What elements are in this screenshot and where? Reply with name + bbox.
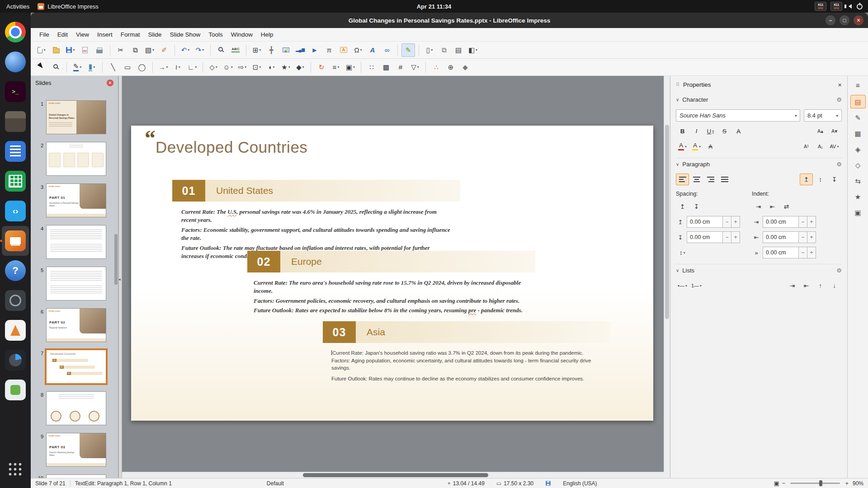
- close-slides-panel-button[interactable]: ×: [107, 80, 113, 86]
- sidebar-settings-button[interactable]: ≡: [850, 79, 866, 91]
- cut-button[interactable]: ✂: [114, 43, 127, 57]
- gear-icon[interactable]: ⚙: [836, 96, 842, 103]
- align-bottom-button[interactable]: ↧: [828, 174, 841, 185]
- copy-button[interactable]: ⧉: [128, 43, 142, 57]
- move-down-button[interactable]: ↓: [828, 280, 841, 291]
- deck-tab-shapes[interactable]: ◇: [850, 158, 866, 172]
- character-spacing-button[interactable]: AV▾: [828, 141, 841, 152]
- gear-icon[interactable]: ⚙: [836, 161, 842, 168]
- power-icon[interactable]: [857, 4, 863, 9]
- panel-splitter[interactable]: ◂: [118, 76, 122, 478]
- activities-button[interactable]: Activities: [6, 3, 29, 10]
- promote-button[interactable]: ⇤: [800, 280, 813, 291]
- zoom-slider-thumb[interactable]: [819, 480, 822, 486]
- spacing-above-field[interactable]: 0.00 cm: [687, 216, 723, 228]
- deck-tab-gallery[interactable]: ▦: [850, 127, 866, 140]
- rename-slide-button[interactable]: ▤: [452, 43, 465, 57]
- highlighting-color-button[interactable]: A▾: [690, 141, 703, 152]
- rotate-button[interactable]: ↻: [315, 61, 328, 74]
- print-button[interactable]: [93, 43, 106, 57]
- clock[interactable]: Apr 21 11:34: [417, 3, 452, 10]
- new-slide-button[interactable]: ▯▾: [423, 43, 436, 57]
- slide-layout-button[interactable]: ◧▾: [466, 43, 480, 57]
- horizontal-scrollbar[interactable]: [122, 472, 664, 478]
- center-vertically-button[interactable]: ↕: [814, 174, 827, 185]
- paragraph-section-header[interactable]: ∨ Paragraph ⚙: [676, 158, 842, 170]
- font-color-button[interactable]: A▾: [676, 141, 689, 152]
- table-button[interactable]: ⊞▾: [250, 43, 264, 57]
- menu-item-view[interactable]: View: [72, 29, 93, 40]
- section-body[interactable]: Current Rate: The euro area's household …: [254, 279, 524, 315]
- slide-thumbnail-3[interactable]: YOUR LOGOPART 01Introduction to Personal…: [46, 183, 106, 217]
- fontwork-text-button[interactable]: A: [366, 43, 379, 57]
- deck-tab-navigator[interactable]: ◈: [850, 142, 866, 156]
- vertical-scrollbar-thumb[interactable]: [665, 125, 669, 319]
- indent-after-increment[interactable]: +: [807, 231, 816, 243]
- cursor-position[interactable]: 13.04 / 14.49: [453, 480, 485, 487]
- zoom-pan-button[interactable]: [49, 61, 63, 74]
- insert-chart-button[interactable]: ▂▄▆: [293, 43, 307, 57]
- minimize-button[interactable]: –: [826, 15, 835, 25]
- fit-slide-button[interactable]: ▣: [772, 480, 780, 487]
- vnc-indicator[interactable]: X11 vnc: [830, 2, 842, 11]
- rectangle-button[interactable]: ▭: [121, 61, 134, 74]
- basic-shapes-button[interactable]: ◇▾: [207, 61, 220, 74]
- slide-thumbnail-2[interactable]: [46, 142, 106, 176]
- paste-button[interactable]: ▧▾: [143, 43, 156, 57]
- image-filter-button[interactable]: ▽▾: [408, 61, 422, 74]
- ellipse-button[interactable]: ◯: [135, 61, 149, 74]
- menu-item-file[interactable]: File: [35, 29, 53, 40]
- maximize-button[interactable]: □: [840, 15, 849, 25]
- increase-paragraph-spacing-button[interactable]: ↥: [676, 201, 689, 212]
- align-left-button[interactable]: [676, 174, 689, 185]
- collapse-panel-icon[interactable]: ◂: [118, 277, 121, 282]
- select-button[interactable]: [35, 61, 48, 74]
- unordered-list-button[interactable]: •―▾: [676, 280, 689, 291]
- indent-before-increment[interactable]: +: [807, 216, 816, 228]
- menu-item-tools[interactable]: Tools: [204, 29, 227, 40]
- italic-button[interactable]: I: [690, 125, 703, 137]
- character-section-header[interactable]: ∨ Character ⚙: [676, 94, 842, 106]
- close-deck-icon[interactable]: ×: [838, 81, 842, 89]
- deck-tab-slide-transition[interactable]: ⇆: [850, 174, 866, 188]
- insert-formula-button[interactable]: π: [322, 43, 336, 57]
- open-file-button[interactable]: [49, 43, 63, 57]
- deck-tab-properties[interactable]: ▤: [850, 95, 866, 108]
- zoom-out-button[interactable]: −: [781, 480, 787, 487]
- slide-thumbnail-4[interactable]: [46, 225, 106, 259]
- curves-polygons-button[interactable]: ≀▾: [171, 61, 184, 74]
- toggle-extrusion-button[interactable]: ◆: [458, 61, 472, 74]
- document-modified-icon[interactable]: [546, 481, 551, 485]
- section-body-editing[interactable]: Current Rate: Japan's household saving r…: [331, 349, 596, 382]
- lines-and-arrows-button[interactable]: →▾: [156, 61, 170, 74]
- slide-section-1[interactable]: 01 United States Current Rate: The U.S, …: [172, 180, 480, 262]
- language-status[interactable]: English (USA): [563, 480, 597, 487]
- dock-item-libreoffice-calc[interactable]: [2, 166, 29, 196]
- save-button[interactable]: ▾: [64, 43, 77, 57]
- superscript-button[interactable]: A¹: [800, 141, 813, 152]
- slide-thumbnail-1[interactable]: YOUR LOGOGlobal Changes in Personal Savi…: [46, 100, 106, 134]
- spacing-below-decrement[interactable]: −: [723, 231, 731, 243]
- spelling-button[interactable]: ABC: [229, 43, 242, 57]
- first-line-indent-decrement[interactable]: −: [799, 247, 807, 258]
- vnc-indicator[interactable]: X11 vnc: [815, 2, 826, 11]
- slide-section-3[interactable]: 03 Asia Current Rate: Japan's household …: [323, 321, 630, 383]
- lists-section-header[interactable]: ∨ Lists ⚙: [676, 264, 842, 276]
- dock-item-vlc[interactable]: [2, 315, 29, 345]
- slide-thumbnail-5[interactable]: [46, 267, 106, 300]
- menu-item-slide-show[interactable]: Slide Show: [166, 29, 205, 40]
- decrease-font-size-button[interactable]: A▾: [828, 125, 841, 137]
- first-line-indent-increment[interactable]: +: [807, 247, 816, 258]
- zoom-slider[interactable]: [790, 483, 840, 484]
- character-effects-button[interactable]: A: [732, 125, 745, 137]
- dock-item-utility[interactable]: [2, 286, 29, 315]
- dock-item-chrome[interactable]: [2, 17, 29, 47]
- menu-item-slide[interactable]: Slide: [144, 29, 166, 40]
- case-rotation-button[interactable]: A: [704, 141, 717, 152]
- demote-button[interactable]: ⇥: [786, 280, 799, 291]
- menu-item-insert[interactable]: Insert: [93, 29, 117, 40]
- decrease-indent-button[interactable]: ⇤: [766, 201, 779, 212]
- dock-item-file-manager[interactable]: [2, 107, 29, 136]
- align-objects-button[interactable]: ≡▾: [329, 61, 343, 74]
- undo-button[interactable]: ↶▾: [179, 43, 192, 57]
